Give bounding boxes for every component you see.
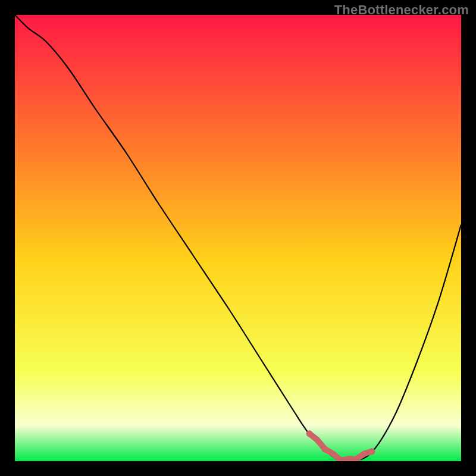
chart-svg [15, 15, 461, 461]
chart-plot-area [15, 15, 461, 461]
marker-dot [369, 448, 375, 455]
watermark-text: TheBottlenecker.com [334, 2, 469, 18]
marker-dot [322, 446, 328, 453]
gradient-background [15, 15, 461, 461]
chart-frame: TheBottlenecker.com [0, 0, 476, 476]
marker-dot [306, 430, 313, 437]
